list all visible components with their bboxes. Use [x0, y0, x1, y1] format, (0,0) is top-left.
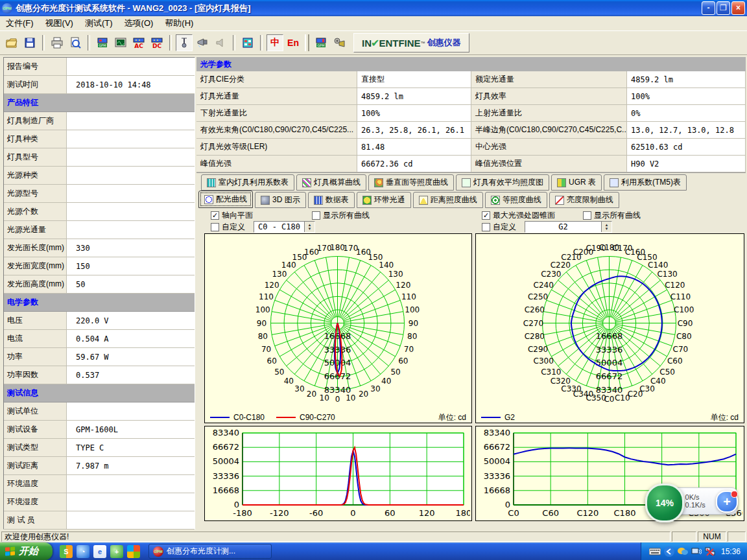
browser-circle-icon[interactable]: ◔ — [77, 545, 89, 558]
tab-upper-0[interactable]: 室内灯具利用系数表 — [201, 174, 294, 191]
menu-item-1[interactable]: 视图(V) — [40, 16, 79, 30]
svg-text:60: 60 — [267, 356, 277, 366]
field-value[interactable] — [67, 511, 195, 530]
accelerate-button[interactable]: + — [716, 491, 738, 513]
restore-button[interactable]: ❐ — [717, 1, 730, 15]
speed-monitor-widget[interactable]: ↑ 0K/s ↓ 0.1K/s 14% + — [645, 485, 739, 519]
green-plus-icon[interactable]: + — [110, 545, 123, 558]
field-value[interactable] — [67, 203, 195, 221]
checkbox[interactable]: ✓ — [482, 211, 490, 220]
camera-icon[interactable] — [331, 34, 348, 51]
tab-upper-4[interactable]: UGR 表 — [551, 174, 602, 191]
gpm-app-icon: GPM — [153, 546, 163, 557]
plane-checkbox[interactable]: ✓轴向平面 — [211, 210, 308, 221]
custom-checkbox[interactable]: 自定义 — [211, 222, 250, 233]
scope-icon[interactable] — [112, 34, 129, 51]
checkbox[interactable] — [583, 211, 591, 220]
plane-combo[interactable]: G2▲▼ — [525, 221, 612, 233]
memory-percent-ball[interactable]: 14% — [645, 484, 684, 522]
field-label: 测试设备 — [4, 421, 67, 439]
network-error-icon[interactable] — [705, 547, 715, 556]
field-value[interactable]: 7.987 m — [67, 457, 195, 475]
minimize-button[interactable]: - — [702, 1, 715, 15]
save-icon[interactable] — [21, 34, 38, 51]
desktop: { "window": { "title": "创惠分布光度计测试系统软件 - … — [0, 0, 747, 560]
show-all-curves-checkbox[interactable]: 显示所有曲线 — [312, 210, 370, 221]
tab-lower-6[interactable]: 亮度限制曲线 — [549, 192, 619, 208]
lang-zh-button[interactable]: 中 — [267, 34, 283, 51]
field-value[interactable] — [67, 58, 195, 76]
toolbar-separator — [169, 35, 172, 51]
tab-upper-1[interactable]: 灯具概算曲线 — [296, 174, 366, 191]
tab-lower-3[interactable]: 环带光通 — [357, 192, 411, 208]
field-value[interactable] — [67, 130, 195, 148]
checkbox[interactable] — [482, 223, 490, 231]
svg-text:C230: C230 — [541, 270, 561, 279]
open-icon[interactable] — [3, 34, 20, 51]
combo-spinner[interactable]: ▲▼ — [304, 222, 314, 232]
checkbox[interactable]: ✓ — [211, 211, 219, 220]
menu-item-3[interactable]: 选项(O) — [119, 16, 160, 30]
data-table-icon — [314, 196, 323, 205]
field-value[interactable]: TYPE C — [67, 439, 195, 457]
tab-lower-2[interactable]: 数据表 — [308, 192, 355, 208]
data-panel-icon[interactable] — [239, 34, 256, 51]
ac-meter-icon[interactable]: AC — [130, 34, 147, 51]
checkbox[interactable] — [211, 223, 219, 231]
print-icon[interactable] — [49, 34, 65, 51]
close-button[interactable]: × — [731, 1, 745, 15]
field-value[interactable] — [67, 167, 195, 185]
plane-combo[interactable]: C0 - C180▲▼ — [254, 221, 315, 233]
tab-upper-2[interactable]: 垂直面等照度曲线 — [368, 174, 454, 191]
pendulum-test-icon[interactable] — [176, 34, 193, 51]
gpm-device2-icon[interactable]: GPM — [313, 34, 329, 51]
menu-item-4[interactable]: 帮助(H) — [159, 16, 199, 30]
optical-label: 额定光通量 — [471, 71, 627, 88]
collapse-arrow-icon[interactable] — [664, 546, 674, 557]
menu-item-2[interactable]: 测试(T) — [79, 16, 119, 30]
print-preview-icon[interactable] — [67, 34, 84, 51]
tab-lower-4[interactable]: 距离照度曲线 — [413, 192, 483, 208]
field-value[interactable]: 59.67 W — [67, 348, 195, 366]
keyboard-icon[interactable] — [649, 547, 661, 556]
speaker-icon[interactable] — [212, 34, 229, 51]
messenger-icon[interactable] — [678, 547, 688, 556]
task-button[interactable]: GPM 创惠分布光度计测... — [148, 544, 272, 559]
custom-checkbox[interactable]: 自定义 — [482, 222, 521, 233]
plane-checkbox[interactable]: ✓最大光强处圆锥面 — [482, 210, 579, 221]
tab-lower-1[interactable]: 3D 图示 — [255, 192, 306, 208]
tab-lower-0[interactable]: 配光曲线 — [198, 191, 253, 208]
tab-upper-3[interactable]: 灯具有效平均照度图 — [456, 174, 549, 191]
field-value[interactable]: 2018-10-10 14:48 — [67, 76, 195, 94]
show-all-curves-checkbox[interactable]: 显示所有曲线 — [583, 210, 641, 221]
field-value[interactable] — [67, 475, 195, 493]
menu-item-0[interactable]: 文件(F) — [0, 16, 40, 30]
spotlight-icon[interactable] — [194, 34, 211, 51]
field-value[interactable] — [67, 221, 195, 239]
field-value[interactable]: GPM-1600L — [67, 421, 195, 439]
four-color-window-icon[interactable] — [127, 545, 140, 558]
field-value[interactable]: 0.504 A — [67, 330, 195, 348]
field-value[interactable] — [67, 148, 195, 167]
field-value[interactable]: 50 — [67, 275, 195, 294]
field-value[interactable] — [67, 402, 195, 421]
checkbox[interactable] — [312, 211, 320, 220]
tab-label: 利用系数(TM5)表 — [621, 177, 681, 188]
field-value[interactable]: 0.537 — [67, 366, 195, 384]
dc-meter-icon[interactable]: DC — [148, 34, 165, 51]
tab-lower-5[interactable]: 等照度曲线 — [485, 192, 547, 208]
field-value[interactable] — [67, 185, 195, 203]
field-value[interactable] — [67, 493, 195, 511]
tab-upper-5[interactable]: 利用系数(TM5)表 — [604, 174, 687, 191]
field-value[interactable]: 220.0 V — [67, 312, 195, 330]
field-value[interactable]: 330 — [67, 239, 195, 257]
field-value[interactable] — [67, 112, 195, 130]
start-button[interactable]: 开始 — [0, 542, 53, 560]
field-value[interactable]: 150 — [67, 257, 195, 275]
mail-doc-icon[interactable]: e — [93, 545, 106, 558]
gpm-device-icon[interactable]: GPM — [94, 34, 111, 51]
combo-spinner[interactable]: ▲▼ — [601, 222, 611, 232]
display-signal-icon[interactable] — [691, 547, 702, 556]
safe-s-icon[interactable]: S — [60, 545, 73, 558]
lang-en-button[interactable]: En — [285, 34, 302, 51]
